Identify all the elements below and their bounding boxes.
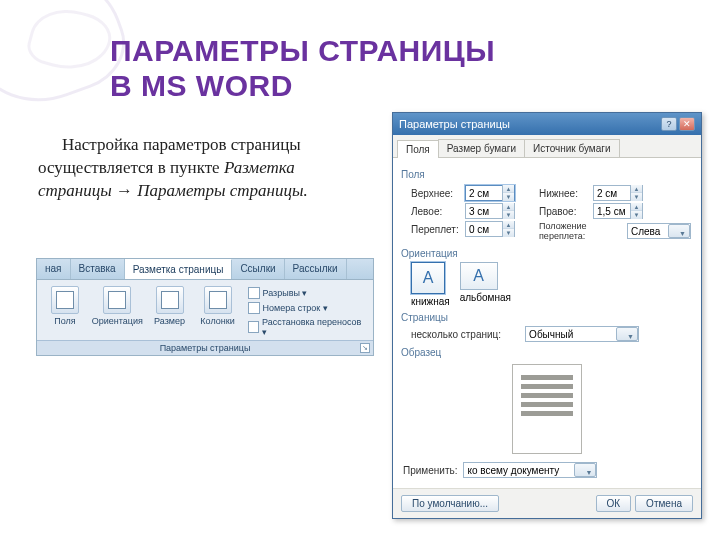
body-arrow: →	[112, 181, 138, 200]
label-gutter-pos: Положение переплета:	[539, 221, 623, 241]
chevron-up-icon[interactable]: ▲	[503, 185, 514, 193]
spinner-gutter[interactable]: 0 см ▲▼	[465, 221, 515, 237]
title-line-1: ПАРАМЕТРЫ СТРАНИЦЫ	[110, 34, 495, 67]
title-line-2: В MS WORD	[110, 69, 293, 102]
ribbon-group-label: Параметры страницы ↘	[37, 340, 373, 355]
chevron-down-icon[interactable]: ▼	[503, 229, 514, 237]
chevron-down-icon[interactable]: ▼	[631, 193, 642, 201]
chevron-up-icon[interactable]: ▲	[503, 203, 514, 211]
ribbon-screenshot: ная Вставка Разметка страницы Ссылки Рас…	[36, 258, 374, 356]
label-multiple-pages: несколько страниц:	[411, 329, 501, 340]
chevron-up-icon[interactable]: ▲	[503, 221, 514, 229]
dialog-footer: По умолчанию... ОК Отмена	[393, 488, 701, 518]
orientation-portrait[interactable]: A книжная	[411, 262, 450, 307]
label-gutter: Переплет:	[411, 224, 459, 235]
label-top: Верхнее:	[411, 188, 459, 199]
section-fields: Поля	[401, 169, 691, 180]
size-icon	[156, 286, 184, 314]
columns-icon	[204, 286, 232, 314]
chevron-down-icon[interactable]: ▼	[503, 211, 514, 219]
tab-paper-source[interactable]: Источник бумаги	[524, 139, 620, 157]
label-left: Левое:	[411, 206, 459, 217]
ribbon-breaks-button[interactable]: Разрывы ▾	[246, 286, 366, 300]
dropdown-gutter-pos[interactable]: Слева ▼	[627, 223, 691, 239]
orientation-icon	[103, 286, 131, 314]
landscape-icon: A	[460, 262, 498, 290]
ribbon-line-numbers-button[interactable]: Номера строк ▾	[246, 301, 366, 315]
ribbon-orientation-button[interactable]: Ориентация	[89, 284, 146, 340]
hyphenation-icon	[248, 321, 259, 333]
ribbon-size-button[interactable]: Размер	[146, 284, 194, 340]
ribbon-tab-home-partial[interactable]: ная	[37, 259, 71, 279]
body-paragraph: Настройка параметров страницы осуществля…	[38, 134, 368, 203]
chevron-down-icon[interactable]: ▼	[631, 211, 642, 219]
dropdown-multiple-pages[interactable]: Обычный ▼	[525, 326, 639, 342]
dropdown-apply-to[interactable]: ко всему документу ▼	[463, 462, 597, 478]
dialog-tabs: Поля Размер бумаги Источник бумаги	[393, 135, 701, 158]
spinner-top[interactable]: 2 см ▲▼	[465, 185, 515, 201]
dialog-title: Параметры страницы	[399, 118, 510, 130]
label-apply-to: Применить:	[403, 465, 457, 476]
label-right: Правое:	[539, 206, 587, 217]
portrait-icon: A	[411, 262, 445, 294]
chevron-down-icon[interactable]: ▼	[616, 327, 638, 341]
label-bottom: Нижнее:	[539, 188, 587, 199]
default-button[interactable]: По умолчанию...	[401, 495, 499, 512]
section-sample: Образец	[401, 347, 691, 358]
ribbon-tabs: ная Вставка Разметка страницы Ссылки Рас…	[37, 259, 373, 280]
ribbon-tab-insert[interactable]: Вставка	[71, 259, 125, 279]
margins-icon	[51, 286, 79, 314]
chevron-up-icon[interactable]: ▲	[631, 203, 642, 211]
ribbon-body: Поля Ориентация Размер Колонки Разрывы ▾…	[37, 280, 373, 340]
spinner-right[interactable]: 1,5 см ▲▼	[593, 203, 643, 219]
ribbon-columns-button[interactable]: Колонки	[194, 284, 242, 340]
section-pages: Страницы	[401, 312, 691, 323]
section-orientation: Ориентация	[401, 248, 691, 259]
help-button[interactable]: ?	[661, 117, 677, 131]
orientation-landscape[interactable]: A альбомная	[460, 262, 511, 307]
dialog-titlebar: Параметры страницы ? ✕	[393, 113, 701, 135]
spinner-bottom[interactable]: 2 см ▲▼	[593, 185, 643, 201]
chevron-down-icon[interactable]: ▼	[503, 193, 514, 201]
line-numbers-icon	[248, 302, 260, 314]
ribbon-tab-page-layout[interactable]: Разметка страницы	[125, 259, 233, 279]
ribbon-tab-references[interactable]: Ссылки	[232, 259, 284, 279]
ribbon-small-group: Разрывы ▾ Номера строк ▾ Расстановка пер…	[242, 284, 370, 340]
dialog-launcher-icon[interactable]: ↘	[360, 343, 370, 353]
ribbon-hyphenation-button[interactable]: Расстановка переносов ▾	[246, 316, 366, 338]
tab-margins[interactable]: Поля	[397, 140, 439, 158]
page-setup-dialog: Параметры страницы ? ✕ Поля Размер бумаг…	[392, 112, 702, 519]
chevron-up-icon[interactable]: ▲	[631, 185, 642, 193]
preview-page-icon	[512, 364, 582, 454]
body-italic: Параметры страницы.	[137, 181, 308, 200]
chevron-down-icon[interactable]: ▼	[668, 224, 690, 238]
close-button[interactable]: ✕	[679, 117, 695, 131]
ribbon-margins-button[interactable]: Поля	[41, 284, 89, 340]
dialog-content: Поля Верхнее: 2 см ▲▼ Левое: 3 см ▲▼	[393, 158, 701, 488]
cancel-button[interactable]: Отмена	[635, 495, 693, 512]
ok-button[interactable]: ОК	[596, 495, 632, 512]
breaks-icon	[248, 287, 260, 299]
spinner-left[interactable]: 3 см ▲▼	[465, 203, 515, 219]
chevron-down-icon[interactable]: ▼	[574, 463, 596, 477]
tab-paper-size[interactable]: Размер бумаги	[438, 139, 525, 157]
page-title: ПАРАМЕТРЫ СТРАНИЦЫ В MS WORD	[110, 34, 700, 103]
ribbon-tab-mailings[interactable]: Рассылки	[285, 259, 347, 279]
